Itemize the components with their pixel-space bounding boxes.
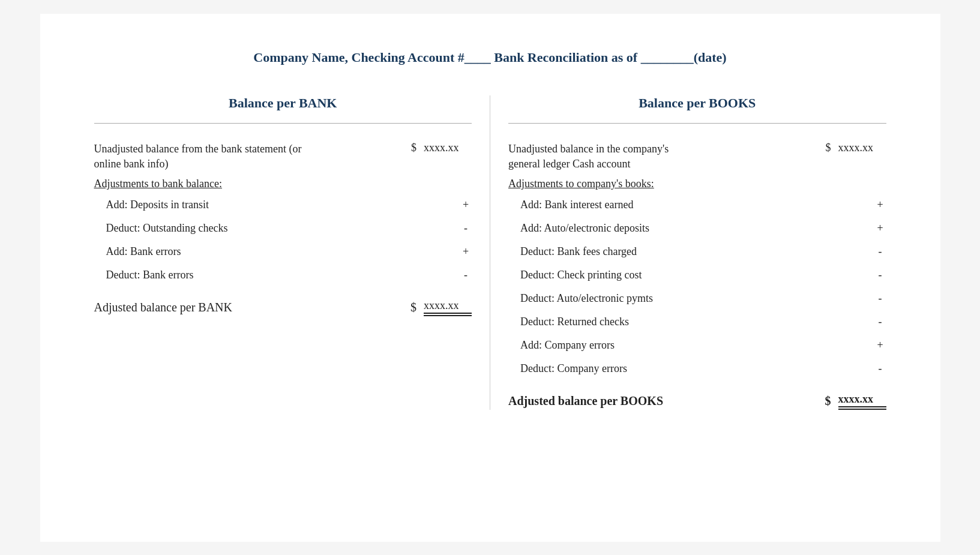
books-item-auto-deposits-label: Add: Auto/electronic deposits [508, 222, 874, 235]
books-adjusted-symbol: $ [825, 394, 831, 408]
books-item-check-printing: Deduct: Check printing cost - [508, 269, 886, 281]
books-item-add-company-errors: Add: Company errors + [508, 339, 886, 352]
bank-item-deposits-operator: + [460, 199, 472, 211]
bank-item-add-errors: Add: Bank errors + [94, 245, 472, 258]
books-item-deduct-company-errors-label: Deduct: Company errors [508, 362, 874, 375]
books-item-bank-fees-operator: - [874, 245, 886, 258]
books-adjustments-header: Adjustments to company's books: [508, 178, 886, 190]
books-item-auto-pymts-label: Deduct: Auto/electronic pymts [508, 292, 874, 305]
page-title: Company Name, Checking Account #____ Ban… [76, 38, 904, 65]
books-column-header: Balance per BOOKS [508, 95, 886, 111]
books-adjusted-value-wrapper: xxxx.xx [838, 393, 886, 410]
books-adjusted-value: xxxx.xx [838, 393, 886, 407]
books-column: Balance per BOOKS Unadjusted balance in … [490, 95, 904, 410]
bank-item-outstanding: Deduct: Outstanding checks - [94, 222, 472, 235]
bank-unadjusted-label: Unadjusted balance from the bank stateme… [94, 142, 322, 172]
books-item-bank-fees-label: Deduct: Bank fees charged [508, 245, 874, 258]
bank-item-deduct-errors: Deduct: Bank errors - [94, 269, 472, 281]
books-item-returned-checks: Deduct: Returned checks - [508, 316, 886, 328]
books-item-auto-deposits: Add: Auto/electronic deposits + [508, 222, 886, 235]
books-item-returned-checks-label: Deduct: Returned checks [508, 316, 874, 328]
bank-column-header: Balance per BANK [94, 95, 472, 111]
books-item-check-printing-label: Deduct: Check printing cost [508, 269, 874, 281]
columns-container: Balance per BANK Unadjusted balance from… [76, 95, 904, 410]
bank-adjusted-amount: $ xxxx.xx [394, 299, 472, 316]
bank-item-deduct-errors-label: Deduct: Bank errors [94, 269, 460, 281]
bank-adjusted-double-line [424, 315, 472, 316]
books-adjusted-amount: $ xxxx.xx [808, 393, 886, 410]
books-unadjusted-amount: $ xxxx.xx [808, 142, 886, 154]
books-item-interest: Add: Bank interest earned + [508, 199, 886, 211]
bank-column-divider [94, 123, 472, 124]
books-adjusted-label: Adjusted balance per BOOKS [508, 394, 663, 408]
bank-unadjusted-value: xxxx.xx [424, 142, 472, 154]
books-item-deduct-company-errors-operator: - [874, 362, 886, 375]
books-item-auto-deposits-operator: + [874, 222, 886, 235]
books-unadjusted-value: xxxx.xx [838, 142, 886, 154]
page: Company Name, Checking Account #____ Ban… [40, 14, 940, 542]
books-adjusted-double-line [838, 409, 886, 410]
bank-adjustments-header: Adjustments to bank balance: [94, 178, 472, 190]
books-adjustments-header-label: Adjustments to company's books: [508, 178, 886, 190]
books-item-deduct-company-errors: Deduct: Company errors - [508, 362, 886, 375]
bank-item-add-errors-operator: + [460, 245, 472, 258]
bank-item-add-errors-label: Add: Bank errors [94, 245, 460, 258]
books-item-auto-pymts: Deduct: Auto/electronic pymts - [508, 292, 886, 305]
books-column-divider [508, 123, 886, 124]
bank-adjusted-value: xxxx.xx [424, 299, 472, 314]
books-adjusted-balance-row: Adjusted balance per BOOKS $ xxxx.xx [508, 393, 886, 410]
books-item-check-printing-operator: - [874, 269, 886, 281]
bank-adjustments-header-label: Adjustments to bank balance: [94, 178, 472, 190]
books-item-add-company-errors-label: Add: Company errors [508, 339, 874, 352]
books-item-add-company-errors-operator: + [874, 339, 886, 352]
bank-adjusted-label: Adjusted balance per BANK [94, 301, 233, 314]
bank-item-outstanding-operator: - [460, 222, 472, 235]
bank-adjusted-symbol: $ [410, 301, 416, 314]
bank-adjusted-balance-row: Adjusted balance per BANK $ xxxx.xx [94, 299, 472, 316]
bank-item-deduct-errors-operator: - [460, 269, 472, 281]
bank-unadjusted-amount: $ xxxx.xx [394, 142, 472, 154]
books-unadjusted-symbol: $ [826, 142, 831, 154]
bank-column: Balance per BANK Unadjusted balance from… [76, 95, 491, 410]
bank-unadjusted-balance-row: Unadjusted balance from the bank stateme… [94, 142, 472, 172]
bank-item-deposits-label: Add: Deposits in transit [94, 199, 460, 211]
books-item-auto-pymts-operator: - [874, 292, 886, 305]
books-unadjusted-label: Unadjusted balance in the company's gene… [508, 142, 736, 172]
books-item-returned-checks-operator: - [874, 316, 886, 328]
books-item-bank-fees: Deduct: Bank fees charged - [508, 245, 886, 258]
bank-adjusted-value-wrapper: xxxx.xx [424, 299, 472, 316]
books-item-interest-label: Add: Bank interest earned [508, 199, 874, 211]
books-unadjusted-balance-row: Unadjusted balance in the company's gene… [508, 142, 886, 172]
books-item-interest-operator: + [874, 199, 886, 211]
bank-item-deposits: Add: Deposits in transit + [94, 199, 472, 211]
bank-item-outstanding-label: Deduct: Outstanding checks [94, 222, 460, 235]
bank-unadjusted-symbol: $ [411, 142, 416, 154]
